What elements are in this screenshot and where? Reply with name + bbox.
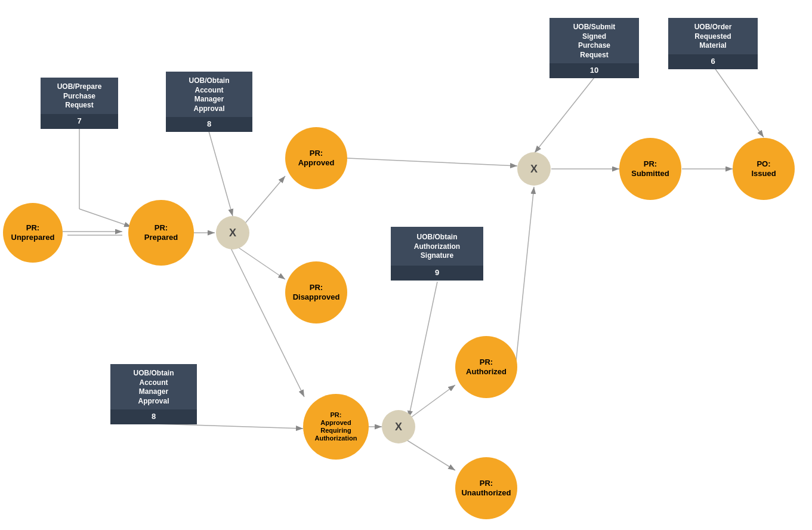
node-pr-unprepared: PR: Unprepared bbox=[3, 203, 63, 263]
node-pr-submitted: PR: Submitted bbox=[619, 138, 681, 200]
box-uob-obtain-am1: UOB/ObtainAccountManagerApproval 8 bbox=[166, 72, 252, 131]
gateway-1: X bbox=[216, 216, 249, 249]
node-pr-authorized: PR: Authorized bbox=[455, 336, 517, 398]
svg-line-9 bbox=[410, 385, 455, 418]
box-uob-obtain-am2: UOB/ObtainAccountManagerApproval 8 bbox=[110, 364, 197, 424]
svg-line-17 bbox=[209, 131, 233, 216]
svg-line-12 bbox=[409, 282, 437, 418]
gateway-3: X bbox=[517, 152, 551, 186]
svg-line-7 bbox=[347, 158, 517, 166]
svg-line-19 bbox=[535, 78, 594, 153]
node-pr-disapproved: PR: Disapproved bbox=[285, 261, 347, 323]
svg-line-5 bbox=[239, 248, 285, 279]
node-pr-approved: PR: Approved bbox=[285, 127, 347, 189]
svg-line-4 bbox=[245, 176, 285, 224]
box-uob-obtain-auth: UOB/ObtainAuthorizationSignature 9 bbox=[391, 227, 483, 281]
svg-line-10 bbox=[405, 439, 455, 470]
svg-line-6 bbox=[230, 246, 304, 397]
box-uob-prepare: UOB/PreparePurchaseRequest 7 bbox=[41, 78, 118, 125]
node-pr-approved-auth: PR: Approved Requiring Authorization bbox=[303, 394, 369, 460]
svg-line-20 bbox=[713, 66, 764, 137]
node-po-issued: PO: Issued bbox=[733, 138, 795, 200]
node-pr-prepared: PR: Prepared bbox=[128, 200, 194, 266]
box-uob-submit-signed: UOB/SubmitSignedPurchaseRequest 10 bbox=[549, 18, 639, 78]
svg-line-16 bbox=[79, 209, 131, 227]
box-uob-order: UOB/OrderRequestedMaterial 6 bbox=[668, 18, 758, 66]
gateway-2: X bbox=[382, 410, 415, 443]
node-pr-unauthorized: PR: Unauthorized bbox=[455, 457, 517, 519]
diagram-container: PR: Unprepared PR: Prepared X PR: Approv… bbox=[0, 0, 812, 530]
svg-line-11 bbox=[516, 187, 534, 361]
